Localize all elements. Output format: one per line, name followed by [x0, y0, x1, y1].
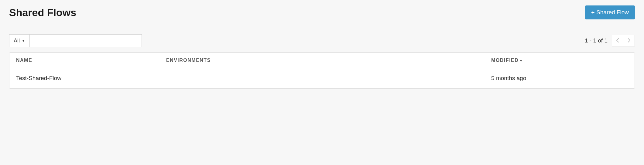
pagination-info: 1 - 1 of 1 [585, 37, 608, 44]
cell-environments [159, 68, 485, 88]
chevron-left-icon [616, 38, 619, 44]
filter-group: All ▼ [9, 34, 142, 47]
column-header-environments-label: ENVIRONMENTS [166, 58, 211, 63]
sort-desc-icon: ▼ [519, 59, 523, 63]
add-shared-flow-button[interactable]: + Shared Flow [585, 5, 635, 19]
filter-selected-label: All [14, 38, 20, 44]
search-input[interactable] [29, 34, 142, 47]
column-header-modified-label: MODIFIED [491, 58, 519, 63]
next-page-button[interactable] [623, 35, 635, 46]
caret-down-icon: ▼ [22, 39, 25, 43]
column-header-name[interactable]: NAME [9, 53, 159, 68]
prev-page-button[interactable] [612, 35, 623, 46]
chevron-right-icon [628, 38, 631, 44]
cell-name: Test-Shared-Flow [9, 68, 159, 88]
cell-modified: 5 months ago [485, 68, 635, 88]
plus-icon: + [591, 9, 594, 16]
column-header-environments[interactable]: ENVIRONMENTS [159, 53, 485, 68]
add-button-label: Shared Flow [596, 9, 629, 16]
column-header-modified[interactable]: MODIFIED▼ [485, 53, 635, 68]
shared-flows-table: NAME ENVIRONMENTS MODIFIED▼ Test-Shared-… [9, 52, 635, 89]
column-header-name-label: NAME [16, 58, 32, 63]
page-title: Shared Flows [9, 7, 76, 19]
table-row[interactable]: Test-Shared-Flow 5 months ago [9, 68, 635, 88]
filter-dropdown[interactable]: All ▼ [9, 34, 29, 47]
